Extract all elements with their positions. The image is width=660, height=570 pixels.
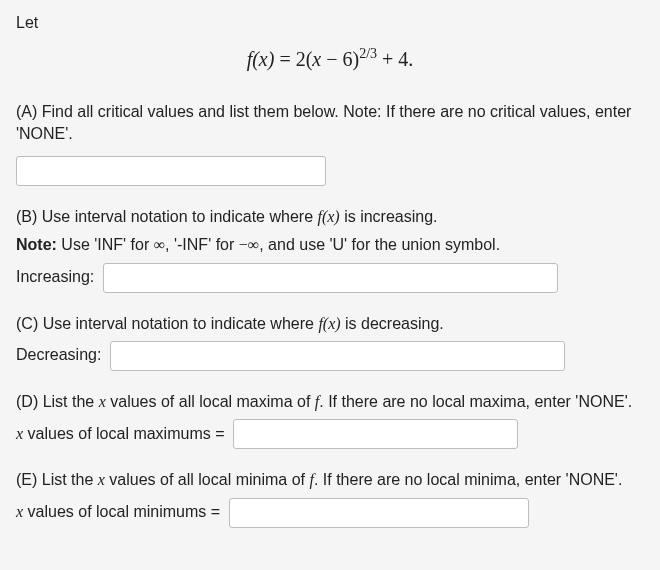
min-label-rest: values of local minimums =	[23, 503, 220, 520]
part-b-note-b: Use 'INF' for	[57, 236, 154, 253]
max-label: x values of local maximums =	[16, 423, 225, 445]
formula-eq: =	[274, 48, 295, 70]
part-c-fx: f(x)	[318, 315, 340, 332]
part-c: (C) Use interval notation to indicate wh…	[16, 313, 644, 371]
part-e-line-a: (E) List the	[16, 471, 98, 488]
part-e-line: (E) List the x values of all local minim…	[16, 469, 644, 491]
part-b-line1: (B) Use interval notation to indicate wh…	[16, 206, 644, 228]
decreasing-label: Decreasing:	[16, 344, 101, 366]
increasing-label: Increasing:	[16, 266, 94, 288]
max-label-rest: values of local maximums =	[23, 425, 224, 442]
part-d-line-c: . If there are no local maxima, enter 'N…	[319, 393, 632, 410]
part-e-line-b: values of all local minima of	[105, 471, 310, 488]
part-b-line1-b: is increasing.	[340, 208, 438, 225]
part-a: (A) Find all critical values and list th…	[16, 101, 644, 186]
local-min-input[interactable]	[229, 498, 529, 528]
part-b: (B) Use interval notation to indicate wh…	[16, 206, 644, 293]
part-d-line-a: (D) List the	[16, 393, 99, 410]
part-d-x: x	[99, 393, 106, 410]
min-label: x values of local minimums =	[16, 501, 220, 523]
part-d: (D) List the x values of all local maxim…	[16, 391, 644, 449]
part-d-line: (D) List the x values of all local maxim…	[16, 391, 644, 413]
formula-rhs-a: 2(	[296, 48, 313, 70]
part-e: (E) List the x values of all local minim…	[16, 469, 644, 527]
formula-rhs-d: + 4.	[377, 48, 413, 70]
part-a-text: (A) Find all critical values and list th…	[16, 101, 644, 146]
neg-infinity-symbol: −∞	[239, 236, 259, 253]
part-b-note-label: Note:	[16, 236, 57, 253]
critical-values-input[interactable]	[16, 156, 326, 186]
part-e-line-c: . If there are no local minima, enter 'N…	[314, 471, 622, 488]
increasing-input[interactable]	[103, 263, 558, 293]
infinity-symbol: ∞	[154, 236, 165, 253]
formula-rhs-b: x	[312, 48, 321, 70]
part-d-line-b: values of all local maxima of	[106, 393, 315, 410]
part-c-line-b: is decreasing.	[341, 315, 444, 332]
formula-rhs-c: − 6)	[321, 48, 359, 70]
local-max-input[interactable]	[233, 419, 518, 449]
part-c-line-a: (C) Use interval notation to indicate wh…	[16, 315, 318, 332]
part-b-line1-a: (B) Use interval notation to indicate wh…	[16, 208, 317, 225]
part-c-line: (C) Use interval notation to indicate wh…	[16, 313, 644, 335]
part-b-note-c: , '-INF' for	[165, 236, 239, 253]
intro-let: Let	[16, 12, 644, 34]
part-b-note: Note: Use 'INF' for ∞, '-INF' for −∞, an…	[16, 234, 644, 256]
decreasing-input[interactable]	[110, 341, 565, 371]
formula-lhs: f(x)	[247, 48, 275, 70]
formula-exp: 2/3	[359, 46, 377, 61]
part-b-fx: f(x)	[317, 208, 339, 225]
part-b-note-d: , and use 'U' for the union symbol.	[259, 236, 500, 253]
formula-display: f(x) = 2(x − 6)2/3 + 4.	[16, 44, 644, 73]
part-e-x: x	[98, 471, 105, 488]
